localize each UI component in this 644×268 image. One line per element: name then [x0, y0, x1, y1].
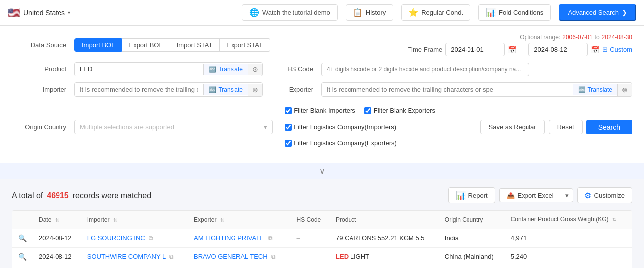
- origin-filters-row: Origin Country Multiple selections are s…: [12, 103, 632, 151]
- row-exporter: BRAVO GENERAL TECH ⧉: [188, 247, 291, 266]
- timeframe-section: Optional range: 2006-07-01 to 2024-08-30…: [403, 34, 632, 56]
- country-name: United States: [23, 9, 65, 17]
- reset-button[interactable]: Reset: [549, 120, 583, 134]
- history-button[interactable]: 📋 History: [346, 4, 393, 21]
- regular-cond-label: Regular Cond.: [421, 9, 463, 16]
- save-as-regular-button[interactable]: Save as Regular: [480, 120, 545, 134]
- export-excel-button[interactable]: 📤 Export Excel: [499, 188, 561, 202]
- importer-sort-icon[interactable]: ⇅: [113, 217, 117, 223]
- th-weight: Container Product Gross Weight(KG) ⇅: [505, 211, 632, 229]
- exporter-label: Exporter: [279, 86, 313, 93]
- row-hs-code: –: [291, 266, 330, 268]
- exporter-link[interactable]: BRAVO GENERAL TECH: [194, 253, 268, 260]
- custom-label: Custom: [610, 46, 632, 53]
- row-hs-code: –: [291, 247, 330, 266]
- row-origin-country: China (Mainland): [439, 247, 505, 266]
- filter-blank-exporters-input[interactable]: [364, 107, 371, 114]
- tab-export-bol[interactable]: Export BOL: [122, 38, 170, 52]
- importer-translate-button[interactable]: 🔤 Translate: [203, 84, 248, 95]
- filter-blank-importers-input[interactable]: [285, 107, 292, 114]
- filter-blank-exporters-checkbox[interactable]: Filter Blank Exporters: [364, 107, 435, 114]
- exporter-link[interactable]: AM LIGHTING PRIVATE: [194, 234, 264, 242]
- exporter-input[interactable]: [322, 83, 573, 96]
- export-dropdown-button[interactable]: ▾: [561, 188, 573, 202]
- row-search-icon-cell[interactable]: 🔍: [12, 247, 33, 266]
- product-scan-button[interactable]: ⊛: [248, 64, 262, 75]
- tab-import-stat[interactable]: Import STAT: [170, 38, 220, 52]
- importer-label: Importer: [12, 86, 66, 93]
- exporter-scan-button[interactable]: ⊛: [617, 84, 632, 96]
- calendar-start-icon[interactable]: 📅: [508, 46, 516, 54]
- country-selector[interactable]: 🇺🇸 United States ▾: [8, 7, 70, 19]
- hs-code-input[interactable]: [321, 63, 529, 76]
- collapse-row: ∨: [0, 163, 644, 179]
- importer-translate-icon: 🔤: [209, 86, 216, 93]
- exporter-translate-button[interactable]: 🔤 Translate: [573, 84, 617, 95]
- results-prefix: A total of: [12, 191, 43, 200]
- copy-importer-icon[interactable]: ⧉: [169, 253, 174, 260]
- th-date: Date ⇅: [33, 211, 81, 229]
- filter-logistics-exporters-input[interactable]: [285, 140, 292, 147]
- importer-link[interactable]: LG SOURCING INC: [87, 234, 145, 242]
- filter-logistics-importers-label: Filter Logistics Company(Importers): [294, 123, 396, 131]
- row-exporter: NINGBO EASY HOUSEW ⧉: [188, 266, 291, 268]
- copy-exporter-icon[interactable]: ⧉: [271, 253, 276, 260]
- copy-exporter-icon[interactable]: ⧉: [268, 235, 273, 242]
- date-sort-icon[interactable]: ⇅: [55, 217, 59, 223]
- importer-link[interactable]: SOUTHWIRE COMPANY L: [87, 253, 166, 260]
- tutorial-label: Watch the tutorial demo: [262, 9, 330, 16]
- row-hs-code: –: [291, 229, 330, 247]
- row-weight: 11,832: [505, 266, 632, 268]
- advanced-search-button[interactable]: Advanced Search ❯: [559, 4, 636, 21]
- filter-logistics-importers-checkbox[interactable]: Filter Logistics Company(Importers): [285, 123, 396, 131]
- th-hs-code: HS Code: [291, 211, 330, 229]
- product-label: Product: [12, 66, 66, 73]
- th-product: Product: [330, 211, 439, 229]
- weight-sort-icon[interactable]: ⇅: [612, 217, 616, 222]
- customize-label: Customize: [594, 192, 625, 199]
- optional-range-row: Optional range: 2006-07-01 to 2024-08-30: [403, 34, 632, 41]
- tab-export-stat[interactable]: Export STAT: [220, 38, 270, 52]
- filter-blank-importers-checkbox[interactable]: Filter Blank Importers: [285, 107, 355, 114]
- filter-logistics-exporters-checkbox[interactable]: Filter Logistics Company(Exporters): [285, 139, 397, 147]
- collapse-button[interactable]: ∨: [309, 165, 335, 177]
- history-icon: 📋: [353, 8, 363, 17]
- importer-input[interactable]: [75, 83, 203, 96]
- results-header: A total of 46915 records were matched 📊 …: [12, 187, 632, 203]
- globe-icon: 🌐: [249, 8, 259, 17]
- exporter-sort-icon[interactable]: ⇅: [220, 217, 224, 223]
- th-origin-country: Origin Country: [439, 211, 505, 229]
- origin-country-select[interactable]: Multiple selections are supported ▾: [74, 120, 273, 134]
- datasource-label: Data Source: [12, 41, 66, 49]
- action-buttons: Save as Regular Reset Search: [480, 120, 632, 134]
- customize-button[interactable]: ⚙ Customize: [577, 187, 632, 203]
- regular-cond-button[interactable]: ⭐ Regular Cond.: [401, 4, 470, 21]
- report-button[interactable]: 📊 Report: [448, 187, 495, 203]
- range-end-date: 2024-08-30: [602, 34, 632, 41]
- date-end-input[interactable]: [528, 43, 588, 56]
- tab-import-bol[interactable]: Import BOL: [74, 38, 122, 52]
- calendar-end-icon[interactable]: 📅: [591, 46, 599, 54]
- fold-conditions-button[interactable]: 📊 Fold Conditions: [478, 4, 551, 21]
- th-actions: [12, 211, 33, 229]
- product-translate-button[interactable]: 🔤 Translate: [203, 64, 248, 75]
- copy-importer-icon[interactable]: ⧉: [149, 235, 153, 242]
- custom-button[interactable]: ⊞ Custom: [602, 46, 632, 53]
- origin-placeholder: Multiple selections are supported: [80, 123, 174, 131]
- search-button[interactable]: Search: [586, 120, 632, 134]
- product-input[interactable]: [75, 63, 203, 76]
- results-actions: 📊 Report 📤 Export Excel ▾ ⚙ Customize: [448, 187, 632, 203]
- date-start-input[interactable]: [445, 43, 505, 56]
- tutorial-button[interactable]: 🌐 Watch the tutorial demo: [242, 4, 338, 21]
- range-to-text: to: [595, 34, 600, 41]
- row-weight: 4,971: [505, 229, 632, 247]
- hs-code-label: HS Code: [279, 66, 313, 73]
- filter-logistics-importers-input[interactable]: [285, 124, 292, 131]
- row-search-icon-cell[interactable]: 🔍: [12, 266, 33, 268]
- importer-scan-button[interactable]: ⊛: [248, 84, 262, 96]
- origin-chevron-icon: ▾: [264, 123, 267, 131]
- fold-conditions-label: Fold Conditions: [499, 9, 543, 16]
- row-search-icon-cell[interactable]: 🔍: [12, 229, 33, 247]
- timeframe-label: Time Frame: [403, 46, 442, 53]
- results-count: 46915: [47, 191, 69, 200]
